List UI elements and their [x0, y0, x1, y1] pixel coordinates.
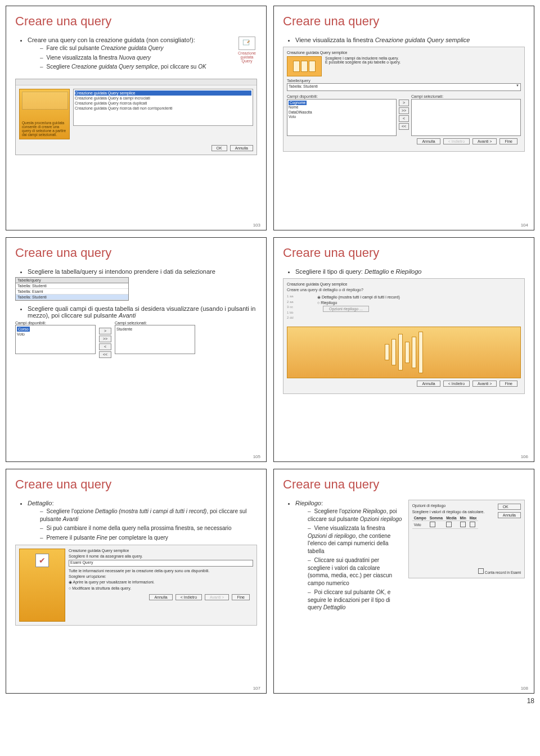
back-button[interactable]: < Indietro [443, 381, 470, 387]
next-button[interactable]: Avanti > [472, 381, 497, 387]
add-field-button[interactable]: > [399, 99, 409, 106]
slide-107: Creare una query Dettaglio: Scegliere l'… [6, 469, 267, 694]
remove-field-button[interactable]: < [399, 115, 409, 122]
selected-fields-list[interactable] [411, 99, 521, 136]
remove-field-button[interactable]: < [99, 343, 111, 350]
slide-106: Creare una query Scegliere il tipo di qu… [273, 237, 534, 462]
wizard-illustration-icon [287, 56, 322, 76]
field-picker: Campi disponibili: Corso Voto > >> < << … [15, 321, 195, 358]
next-button[interactable]: Avanti > [472, 138, 497, 144]
page-number: 18 [6, 697, 534, 705]
add-field-button[interactable]: > [99, 328, 111, 334]
modify-structure-radio[interactable]: Modificare la struttura della query. [69, 586, 253, 590]
slide-title: Creare una query [283, 477, 525, 492]
min-checkbox[interactable] [460, 522, 466, 527]
query-name-input[interactable]: Esami Query [69, 560, 253, 567]
nuova-query-dialog: Questa procedura guidata consente di cre… [15, 79, 257, 155]
slide-104: Creare una query Viene visualizzata la f… [273, 6, 534, 230]
slide-title: Creare una query [15, 246, 257, 260]
slide-title: Creare una query [283, 14, 525, 29]
cancel-button[interactable]: Annulla [498, 512, 521, 518]
wizard-check-icon: ✔ [19, 549, 65, 622]
cancel-button[interactable]: Annulla [417, 381, 440, 387]
slide-title: Creare una query [283, 246, 525, 260]
summary-options-button[interactable]: Opzioni riepilogo ... [323, 306, 369, 312]
query-type-list[interactable]: Creazione guidata Query semplice Creazio… [73, 89, 253, 126]
slide-title: Creare una query [15, 14, 257, 29]
available-fields-list[interactable]: Cognome Nome DataDiNascita Voto [287, 99, 397, 136]
slide-number: 103 [253, 223, 260, 228]
slide-number: 106 [521, 454, 528, 459]
available-fields-list[interactable]: Corso Voto [15, 325, 96, 354]
wizard-dialog: Creazione guidata Query semplice Creare … [283, 278, 525, 394]
slide-number: 105 [253, 454, 260, 459]
wizard-dialog: Creazione guidata Query semplice Sceglie… [283, 47, 525, 152]
back-button[interactable]: < Indietro [176, 594, 202, 600]
max-checkbox[interactable] [470, 522, 475, 527]
next-button[interactable]: Avanti > [205, 594, 229, 600]
avg-checkbox[interactable] [446, 522, 452, 527]
slide-105: Creare una query Scegliere la tabella/qu… [6, 237, 267, 462]
slides-grid: Creare una query Creare una query con la… [6, 6, 534, 694]
tables-dropdown-expanded[interactable]: Tabelle/query Tabella: Studenti Tabella:… [15, 277, 129, 301]
open-query-radio[interactable]: Aprire la query per visualizzare le info… [69, 580, 253, 585]
finish-button[interactable]: Fine [500, 138, 518, 144]
slide-number: 107 [253, 686, 260, 691]
count-records-checkbox[interactable]: Conta record in Esami [478, 568, 521, 574]
dettaglio-radio[interactable]: Dettaglio (mostra tutti i campi di tutti… [317, 295, 521, 300]
cancel-button[interactable]: Annulla [417, 138, 440, 144]
remove-all-button[interactable]: << [99, 351, 111, 358]
wizard-illustration-icon [287, 327, 521, 378]
slide-title: Creare una query [15, 477, 257, 492]
cancel-button[interactable]: Annulla [149, 594, 172, 600]
summary-options-dialog: Opzioni di riepilogo Scegliere i valori … [408, 500, 525, 578]
slide-number: 104 [521, 223, 528, 228]
ok-button[interactable]: OK [212, 145, 227, 151]
slide-108: Creare una query Riepilogo: Scegliere l'… [273, 469, 534, 694]
finish-button[interactable]: Fine [500, 381, 518, 387]
add-all-button[interactable]: >> [99, 336, 111, 342]
wizard-dialog: ✔ Creazione guidata Query semplice Scegl… [15, 545, 257, 626]
riepilogo-radio[interactable]: Riepilogo [317, 301, 521, 305]
sum-checkbox[interactable] [430, 522, 435, 527]
cancel-button[interactable]: Annulla [230, 145, 253, 151]
remove-all-button[interactable]: << [399, 123, 409, 130]
slide-number: 108 [521, 686, 528, 691]
ok-button[interactable]: OK [498, 504, 521, 510]
creazione-guidata-icon: Creazione guidata Query [237, 37, 257, 63]
finish-button[interactable]: Fine [232, 594, 250, 600]
slide-103: Creare una query Creare una query con la… [6, 6, 267, 230]
add-all-button[interactable]: >> [399, 107, 409, 114]
selected-fields-list[interactable]: Studente [115, 325, 195, 354]
bullet-text: Creare una query con la creazione guidat… [28, 37, 195, 43]
back-button[interactable]: < Indietro [443, 138, 470, 144]
summary-options-table: Campo Somma Media Min Max Voto [412, 515, 479, 529]
tables-dropdown[interactable]: Tabella: Studenti [287, 83, 521, 91]
